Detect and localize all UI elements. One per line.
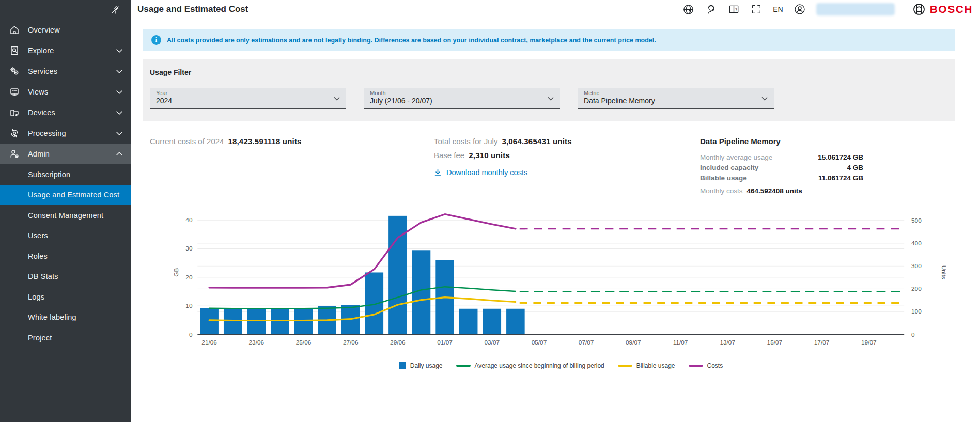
sub-item-label: DB Stats xyxy=(28,272,58,280)
sidebar-subitem-logs[interactable]: Logs xyxy=(0,287,131,307)
support-icon[interactable] xyxy=(705,3,717,15)
year-select-value: 2024 xyxy=(156,97,329,105)
chevron-down-icon xyxy=(115,129,123,137)
svg-text:23/06: 23/06 xyxy=(249,339,265,346)
svg-text:13/07: 13/07 xyxy=(720,339,735,346)
svg-text:0: 0 xyxy=(189,331,193,338)
sub-item-label: Consent Management xyxy=(28,211,103,220)
help-book-icon[interactable]: ? xyxy=(727,3,740,15)
svg-text:21/06: 21/06 xyxy=(201,339,217,346)
svg-text:40: 40 xyxy=(185,216,193,224)
globe-icon[interactable] xyxy=(682,3,694,15)
content: i All costs provided are only estimation… xyxy=(131,19,980,422)
metric-row-value: 15.061724 GB xyxy=(818,152,863,163)
sidebar-item-label: Services xyxy=(28,67,115,75)
month-select-label: Month xyxy=(370,90,542,96)
sidebar: Overview Explore Services Views Devices … xyxy=(0,0,131,422)
metric-row-label: Billable usage xyxy=(700,173,747,183)
sidebar-subitem-usage-and-estimated-cost[interactable]: Usage and Estimated Cost xyxy=(0,185,131,206)
legend-label: Daily usage xyxy=(410,362,443,369)
legend-line-swatch xyxy=(618,365,632,367)
monthly-costs-value: 464.592408 units xyxy=(747,187,802,195)
sidebar-item-label: Devices xyxy=(28,108,115,117)
base-fee-label: Base fee xyxy=(434,151,464,160)
account-icon[interactable] xyxy=(794,3,806,15)
info-banner: i All costs provided are only estimation… xyxy=(143,29,955,51)
legend-item-costs: Costs xyxy=(689,362,723,369)
svg-text:27/06: 27/06 xyxy=(343,339,359,346)
sidebar-item-devices[interactable]: Devices xyxy=(0,102,131,123)
sidebar-item-explore[interactable]: Explore xyxy=(0,40,131,61)
svg-text:100: 100 xyxy=(911,308,922,315)
metric-row-label: Included capacity xyxy=(700,163,758,173)
cost-summary: Current costs of 202418,423.591118 units… xyxy=(143,137,955,195)
svg-text:15/07: 15/07 xyxy=(767,339,783,346)
metric-row-value: 11.061724 GB xyxy=(818,173,863,183)
sidebar-subitem-consent-management[interactable]: Consent Management xyxy=(0,205,131,226)
page-title: Usage and Estimated Cost xyxy=(137,4,682,14)
metric-select[interactable]: Metric Data Pipeline Memory xyxy=(578,88,774,109)
sidebar-subitem-subscription[interactable]: Subscription xyxy=(0,164,131,185)
chevron-down-icon xyxy=(115,46,123,55)
month-select[interactable]: Month July (21/06 - 20/07) xyxy=(364,88,560,109)
svg-text:25/06: 25/06 xyxy=(296,339,312,346)
bosch-wordmark: BOSCH xyxy=(930,3,973,15)
year-select[interactable]: Year 2024 xyxy=(150,88,346,109)
chevron-down-icon xyxy=(115,108,123,117)
sub-item-label: Roles xyxy=(28,252,48,260)
usage-filter-title: Usage Filter xyxy=(150,68,948,76)
chevron-down-icon xyxy=(115,88,123,96)
sub-item-label: Subscription xyxy=(28,170,70,179)
metric-select-value: Data Pipeline Memory xyxy=(584,97,756,105)
sub-item-label: Project xyxy=(28,334,52,342)
legend-label: Costs xyxy=(707,362,723,369)
svg-text:400: 400 xyxy=(911,240,922,247)
redacted-account-name xyxy=(816,3,895,15)
sub-item-label: Logs xyxy=(28,293,44,301)
sidebar-item-services[interactable]: Services xyxy=(0,61,131,82)
sidebar-item-label: Views xyxy=(28,88,115,96)
svg-text:29/06: 29/06 xyxy=(390,339,406,346)
info-icon: i xyxy=(151,35,161,45)
fullscreen-icon[interactable] xyxy=(750,3,763,15)
svg-text:500: 500 xyxy=(911,217,922,224)
metric-panel-title: Data Pipeline Memory xyxy=(700,137,863,146)
total-costs-value: 3,064.365431 units xyxy=(502,137,571,146)
svg-text:Units: Units xyxy=(940,265,947,279)
svg-text:03/07: 03/07 xyxy=(484,339,500,346)
download-monthly-costs-link[interactable]: Download monthly costs xyxy=(434,168,700,177)
chevron-up-icon xyxy=(115,150,123,158)
sidebar-item-processing[interactable]: Processing xyxy=(0,123,131,144)
metric-row-value: 4 GB xyxy=(847,163,863,173)
info-banner-text: All costs provided are only estimations … xyxy=(167,37,656,44)
sidebar-item-admin[interactable]: Admin xyxy=(0,144,131,164)
monthly-costs-block: Total costs for July3,064.365431 units B… xyxy=(434,137,700,195)
sidebar-subitem-project[interactable]: Project xyxy=(0,327,131,348)
unpin-sidebar-icon[interactable] xyxy=(109,4,121,16)
sidebar-subitem-users[interactable]: Users xyxy=(0,226,131,246)
views-icon xyxy=(8,86,21,98)
legend-line-swatch xyxy=(689,365,703,367)
sidebar-subitem-white-labeling[interactable]: White labeling xyxy=(0,307,131,328)
chevron-down-icon xyxy=(760,95,769,105)
language-selector[interactable]: EN xyxy=(773,5,783,13)
svg-text:200: 200 xyxy=(911,285,922,292)
sidebar-item-overview[interactable]: Overview xyxy=(0,20,131,40)
sidebar-item-views[interactable]: Views xyxy=(0,82,131,102)
main-area: Usage and Estimated Cost ? EN BOSCH i Al… xyxy=(131,0,980,422)
base-fee-value: 2,310 units xyxy=(469,151,510,160)
download-icon xyxy=(434,169,442,177)
legend-bar-swatch xyxy=(399,362,406,369)
svg-text:30: 30 xyxy=(185,245,193,252)
home-icon xyxy=(8,24,21,36)
svg-text:10: 10 xyxy=(185,302,193,309)
sidebar-subitem-roles[interactable]: Roles xyxy=(0,246,131,267)
svg-text:19/07: 19/07 xyxy=(861,339,877,346)
legend-item-daily-usage: Daily usage xyxy=(399,362,443,369)
admin-icon xyxy=(8,148,21,160)
sidebar-subitem-db-stats[interactable]: DB Stats xyxy=(0,267,131,287)
svg-text:11/07: 11/07 xyxy=(673,339,688,346)
legend-label: Billable usage xyxy=(636,362,675,369)
svg-text:20: 20 xyxy=(185,274,193,281)
chart-legend: Daily usage Average usage since beginnin… xyxy=(171,362,951,369)
